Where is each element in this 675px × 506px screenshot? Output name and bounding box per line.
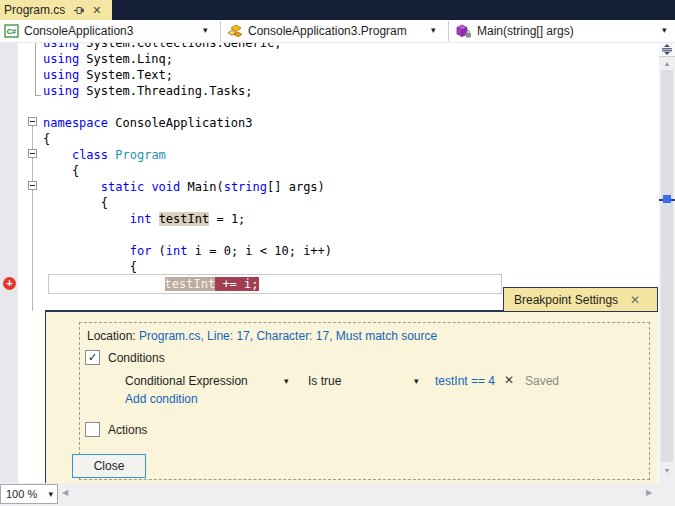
- code-line: int testInt = 1;: [43, 211, 245, 227]
- breakpoint-settings-title: Breakpoint Settings: [514, 293, 618, 307]
- code-token: string: [224, 180, 267, 194]
- code-line: using System.Text;: [43, 67, 173, 83]
- conditions-checkbox[interactable]: ✓: [85, 350, 100, 365]
- code-line: {: [43, 195, 108, 211]
- code-line: {: [43, 131, 50, 147]
- location-row: Location: Program.cs, Line: 17, Characte…: [87, 329, 437, 343]
- tab-program-cs[interactable]: Program.cs ✕: [0, 0, 112, 20]
- code-token: {: [43, 164, 79, 178]
- navbar-separator: [448, 21, 449, 41]
- code-token: using: [43, 43, 79, 50]
- splitter-icon: [662, 44, 672, 55]
- member-dropdown-value: Main(string[] args): [477, 24, 574, 38]
- vertical-scrollbar-thumb[interactable]: [661, 70, 673, 462]
- class-icon: [227, 24, 243, 39]
- project-dropdown-value: ConsoleApplication3: [24, 24, 133, 38]
- chevron-down-icon[interactable]: ▾: [414, 376, 419, 386]
- code-line: {: [43, 163, 79, 179]
- code-token: using: [43, 84, 79, 98]
- editor-bottom-bar: 100 % ▾ ◀ ▶: [0, 483, 675, 506]
- code-token: [] args): [267, 180, 325, 194]
- conditional-breakpoint-icon[interactable]: +: [3, 277, 16, 290]
- scroll-right-icon[interactable]: ▶: [646, 488, 652, 497]
- csharp-project-icon: C#: [4, 24, 19, 38]
- code-token: System.Text;: [79, 68, 173, 82]
- caret-position-marker: [663, 195, 671, 203]
- code-token: i = 0; i < 10; i++): [188, 244, 333, 258]
- code-token: [43, 180, 101, 194]
- code-token: int: [166, 244, 188, 258]
- chevron-down-icon[interactable]: ▾: [284, 376, 289, 386]
- breakpoint-settings-panel: Location: Program.cs, Line: 17, Characte…: [45, 312, 658, 483]
- code-token: = 1;: [209, 212, 245, 226]
- member-dropdown[interactable]: Main(string[] args) ▾: [450, 20, 675, 42]
- chevron-down-icon: ▾: [662, 25, 667, 35]
- code-token: int: [130, 212, 152, 226]
- delete-condition-icon[interactable]: ✕: [504, 373, 514, 387]
- add-condition-link[interactable]: Add condition: [125, 392, 198, 406]
- code-line: {: [43, 259, 137, 275]
- code-token: for: [130, 244, 152, 258]
- actions-label: Actions: [108, 423, 147, 437]
- location-value[interactable]: Program.cs, Line: 17, Character: 17, Mus…: [139, 329, 437, 343]
- code-token: namespace: [43, 116, 108, 130]
- svg-text:C#: C#: [7, 27, 17, 36]
- vertical-scrollbar[interactable]: ▲ ▼: [659, 43, 675, 483]
- code-line: class Program: [43, 147, 166, 163]
- code-token: ConsoleApplication3: [108, 116, 253, 130]
- saved-status-label: Saved: [525, 374, 559, 388]
- pin-icon[interactable]: [73, 4, 85, 16]
- code-line: using System.Threading.Tasks;: [43, 83, 253, 99]
- code-token: [43, 244, 130, 258]
- code-line: namespace ConsoleApplication3: [43, 115, 253, 131]
- chevron-down-icon: ▾: [431, 25, 436, 35]
- close-icon[interactable]: ✕: [92, 0, 101, 20]
- collapse-toggle-class[interactable]: [28, 149, 37, 158]
- vs-editor-window: Program.cs ✕ C# ConsoleApplication3 ▾: [0, 0, 675, 506]
- code-line: using System.Linq;: [43, 51, 173, 67]
- outline-bracket-usings: [35, 43, 41, 96]
- type-dropdown[interactable]: ConsoleApplication3.Program ▾: [222, 20, 447, 42]
- code-line: static void Main(string[] args): [43, 179, 325, 195]
- scroll-down-icon[interactable]: ▼: [659, 467, 675, 474]
- code-line: using System.Collections.Generic;: [43, 43, 281, 51]
- collapse-toggle-namespace[interactable]: [28, 117, 37, 126]
- breakpoint-line-box: testInt += i;: [48, 274, 502, 294]
- zoom-level-value: 100 %: [6, 488, 37, 500]
- code-token: += i;: [215, 277, 258, 291]
- breakpoint-settings-tab: Breakpoint Settings ✕: [503, 287, 658, 312]
- tab-title: Program.cs: [4, 3, 65, 17]
- type-dropdown-value: ConsoleApplication3.Program: [248, 24, 407, 38]
- project-dropdown[interactable]: C# ConsoleApplication3 ▾: [0, 20, 219, 42]
- chevron-down-icon: ▾: [203, 25, 208, 35]
- close-button[interactable]: Close: [72, 454, 146, 478]
- scroll-up-icon[interactable]: ▲: [659, 60, 675, 67]
- close-icon[interactable]: ✕: [630, 293, 640, 307]
- breakpoint-margin[interactable]: [0, 43, 18, 483]
- condition-expression-field[interactable]: testInt == 4: [435, 374, 495, 388]
- collapse-toggle-method[interactable]: [28, 181, 37, 190]
- code-token: Main(: [180, 180, 223, 194]
- code-token: System.Threading.Tasks;: [79, 84, 252, 98]
- zoom-level-dropdown[interactable]: 100 % ▾: [0, 484, 58, 504]
- checkmark-icon: ✓: [88, 351, 97, 363]
- navigation-bar: C# ConsoleApplication3 ▾ ConsoleApplicat…: [0, 20, 675, 43]
- condition-type-dropdown[interactable]: Conditional Expression: [125, 374, 248, 388]
- code-token: [43, 148, 72, 162]
- scroll-left-icon[interactable]: ◀: [62, 488, 68, 497]
- code-token: (: [151, 244, 165, 258]
- code-token: {: [43, 260, 137, 274]
- code-token: using: [43, 68, 79, 82]
- code-token: testInt: [165, 277, 216, 291]
- code-token: System.Collections.Generic;: [79, 43, 281, 50]
- method-private-icon: [455, 24, 472, 39]
- code-token: [49, 277, 165, 291]
- condition-operator-dropdown[interactable]: Is true: [308, 374, 341, 388]
- chevron-down-icon: ▾: [48, 489, 53, 499]
- actions-checkbox[interactable]: [85, 422, 100, 437]
- code-token: {: [43, 132, 50, 146]
- split-editor-handle[interactable]: [659, 43, 675, 57]
- code-token: class: [72, 148, 108, 162]
- code-token: void: [151, 180, 180, 194]
- navbar-separator: [220, 21, 221, 41]
